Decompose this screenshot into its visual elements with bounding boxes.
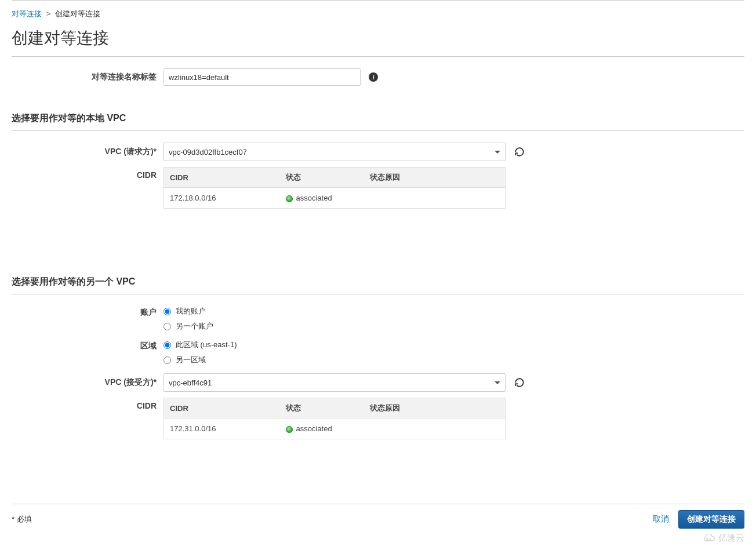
footer-bar: * 必填 取消 创建对等连接 (12, 504, 744, 529)
accepter-vpc-value: vpc-ebff4c91 (169, 378, 212, 387)
cidr-cell: 172.18.0.0/16 (164, 188, 280, 209)
chevron-down-icon (495, 151, 500, 154)
watermark: 亿速云 (701, 533, 744, 544)
account-radio-other-input[interactable] (163, 323, 171, 330)
name-tag-row: 对等连接名称标签 i (12, 68, 744, 86)
cidr-cell: 172.31.0.0/16 (164, 418, 280, 439)
table-header-status: 状态 (280, 168, 364, 188)
info-icon[interactable]: i (369, 72, 378, 82)
name-tag-label: 对等连接名称标签 (12, 72, 163, 82)
reason-cell (364, 418, 506, 439)
table-header-cidr: CIDR (164, 398, 280, 418)
region-label: 区域 (12, 340, 163, 351)
table-header-reason: 状态原因 (364, 168, 506, 188)
account-radio-other[interactable]: 另一个账户 (163, 321, 213, 332)
svg-point-1 (709, 538, 711, 540)
status-cell: associated (280, 418, 364, 439)
status-dot-icon (286, 426, 293, 433)
account-radio-mine[interactable]: 我的账户 (163, 306, 213, 316)
region-radio-this[interactable]: 此区域 (us-east-1) (163, 340, 237, 350)
region-radio-other-input[interactable] (163, 356, 171, 364)
status-dot-icon (286, 195, 293, 202)
refresh-icon[interactable] (514, 146, 525, 158)
table-row: 172.31.0.0/16 associated (164, 418, 506, 439)
cancel-button[interactable]: 取消 (647, 511, 675, 528)
required-note: * 必填 (12, 514, 32, 525)
requester-vpc-row: VPC (请求方)* vpc-09d3d02ffb1cecf07 (12, 143, 744, 161)
breadcrumb: 对等连接 > 创建对等连接 (12, 1, 744, 23)
svg-point-0 (706, 538, 708, 540)
breadcrumb-current: 创建对等连接 (55, 9, 100, 18)
table-row: 172.18.0.0/16 associated (164, 188, 506, 209)
table-header-reason: 状态原因 (364, 398, 506, 418)
name-tag-input[interactable] (163, 68, 361, 86)
chevron-down-icon (495, 381, 500, 384)
table-header-cidr: CIDR (164, 168, 280, 188)
accepter-vpc-label: VPC (接受方)* (12, 377, 163, 388)
requester-vpc-select[interactable]: vpc-09d3d02ffb1cecf07 (163, 143, 506, 161)
requester-vpc-label: VPC (请求方)* (12, 147, 163, 157)
local-cidr-table: CIDR 状态 状态原因 172.18.0.0/16 associated (163, 167, 506, 209)
local-cidr-row: CIDR CIDR 状态 状态原因 172.18.0.0/16 associat… (12, 167, 744, 209)
peer-cidr-label: CIDR (12, 398, 163, 410)
peer-vpc-header: 选择要用作对等的另一个 VPC (12, 267, 744, 294)
account-radio-mine-input[interactable] (163, 308, 171, 315)
accepter-vpc-select[interactable]: vpc-ebff4c91 (163, 373, 506, 392)
peer-cidr-row: CIDR CIDR 状态 状态原因 172.31.0.0/16 associat… (12, 398, 744, 439)
reason-cell (364, 188, 506, 209)
status-cell: associated (280, 188, 364, 209)
accepter-vpc-row: VPC (接受方)* vpc-ebff4c91 (12, 373, 744, 392)
refresh-icon[interactable] (514, 377, 525, 388)
account-label: 账户 (12, 306, 163, 318)
breadcrumb-link[interactable]: 对等连接 (12, 9, 42, 18)
page-title: 创建对等连接 (12, 23, 744, 57)
region-radio-other[interactable]: 另一区域 (163, 355, 237, 365)
account-row: 账户 我的账户 另一个账户 (12, 306, 744, 332)
requester-vpc-value: vpc-09d3d02ffb1cecf07 (169, 148, 247, 156)
local-vpc-header: 选择要用作对等的本地 VPC (12, 103, 744, 131)
table-header-status: 状态 (280, 398, 364, 418)
submit-button[interactable]: 创建对等连接 (678, 510, 744, 529)
breadcrumb-separator: > (46, 9, 51, 18)
local-cidr-label: CIDR (12, 167, 163, 180)
cloud-icon (701, 534, 716, 543)
region-row: 区域 此区域 (us-east-1) 另一区域 (12, 340, 744, 365)
peer-cidr-table: CIDR 状态 状态原因 172.31.0.0/16 associated (163, 398, 506, 439)
region-radio-this-input[interactable] (163, 341, 171, 349)
